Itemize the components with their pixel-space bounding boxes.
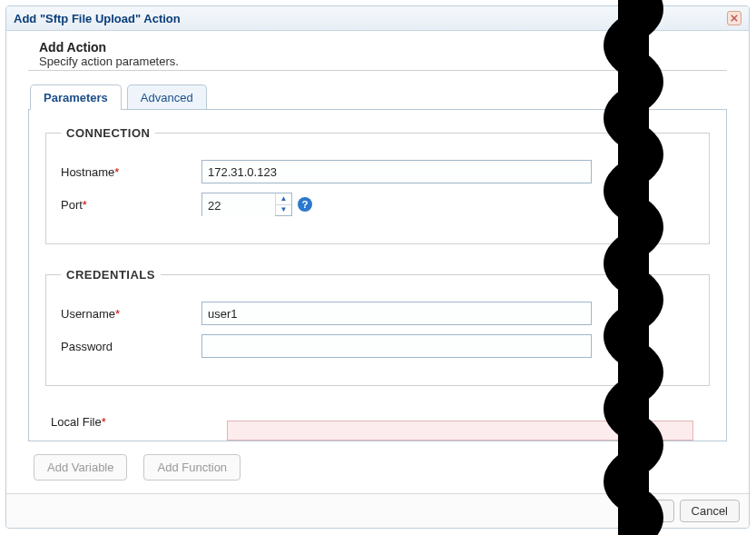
close-icon [731, 15, 738, 22]
footer-left-buttons: Add Variable Add Function [28, 441, 727, 493]
row-hostname: Hostname* [61, 160, 694, 183]
port-step-up[interactable]: ▲ [276, 193, 291, 205]
dialog-content: Add Action Specify action parameters. Pa… [6, 31, 749, 493]
required-marker: * [115, 307, 120, 321]
port-spinner[interactable]: ▲ ▼ [201, 193, 292, 216]
section-heading: Add Action [39, 40, 727, 54]
group-credentials: CREDENTIALS Username* Password [45, 268, 710, 386]
group-credentials-legend: CREDENTIALS [61, 268, 161, 282]
password-input[interactable] [201, 334, 592, 358]
port-spin-buttons: ▲ ▼ [275, 193, 291, 215]
local-file-input[interactable] [227, 421, 693, 441]
required-marker: * [102, 415, 106, 429]
cancel-button[interactable]: Cancel [680, 500, 740, 522]
tab-panel-parameters: CONNECTION Hostname* Port* [28, 109, 727, 441]
help-icon[interactable]: ? [298, 197, 312, 212]
hostname-input[interactable] [201, 160, 592, 183]
port-step-down[interactable]: ▼ [276, 205, 291, 216]
section-header: Add Action Specify action parameters. [28, 40, 727, 71]
required-marker: * [83, 198, 87, 212]
add-function-button[interactable]: Add Function [143, 454, 241, 481]
titlebar: Add "Sftp File Upload" Action [6, 6, 749, 31]
tab-advanced[interactable]: Advanced [127, 84, 207, 110]
row-password: Password [61, 334, 694, 358]
username-label: Username* [61, 307, 201, 321]
dialog-footer: OK Cancel [6, 493, 749, 528]
required-marker: * [114, 165, 119, 179]
row-username: Username* [61, 302, 694, 325]
group-connection: CONNECTION Hostname* Port* [45, 126, 710, 244]
password-label: Password [61, 340, 201, 353]
port-label: Port* [61, 198, 201, 212]
username-input[interactable] [201, 302, 592, 325]
add-variable-button[interactable]: Add Variable [34, 454, 127, 481]
ok-button[interactable]: OK [633, 500, 674, 522]
port-spinner-wrap: ▲ ▼ ? [201, 193, 312, 216]
local-file-label: Local File* [45, 415, 106, 429]
dialog-title: Add "Sftp File Upload" Action [14, 12, 181, 25]
tab-parameters[interactable]: Parameters [30, 84, 122, 110]
row-port: Port* ▲ ▼ ? [61, 193, 694, 216]
port-input[interactable] [202, 193, 275, 217]
close-button[interactable] [727, 11, 741, 25]
tab-bar: Parameters Advanced [30, 84, 727, 109]
group-connection-legend: CONNECTION [61, 126, 155, 140]
section-subheading: Specify action parameters. [39, 54, 727, 68]
dialog-window: Add "Sftp File Upload" Action Add Action… [5, 5, 750, 529]
hostname-label: Hostname* [61, 165, 201, 179]
local-file-row-cut: Local File* [45, 415, 710, 441]
